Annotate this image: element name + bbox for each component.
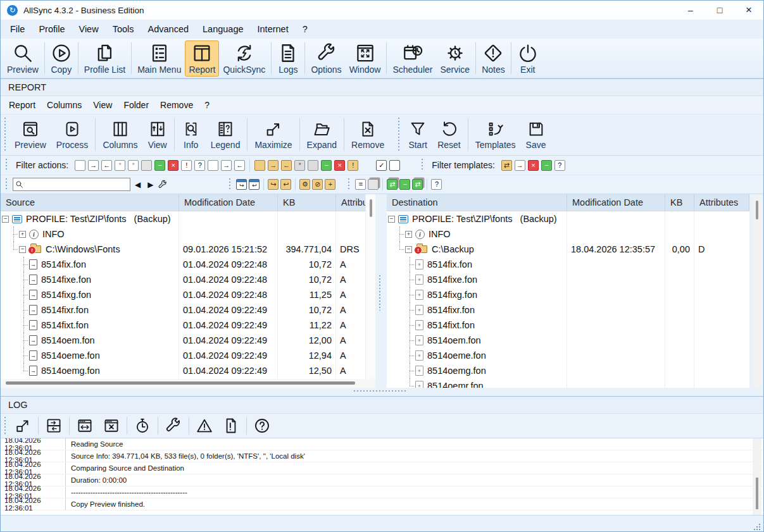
report-menu-columns[interactable]: Columns xyxy=(41,96,87,114)
table-row[interactable]: +INFO xyxy=(387,226,749,242)
column-header-modification-date[interactable]: Modification Date xyxy=(179,194,278,211)
log-entry[interactable]: 18.04.2026 12:36:01Reading Source xyxy=(1,438,763,450)
menu-help[interactable]: ? xyxy=(296,20,315,39)
horizontal-splitter[interactable] xyxy=(354,390,407,392)
table-row[interactable]: 8514fixg.fon01.04.2024 09:22:4811,25A xyxy=(1,287,375,302)
expand-toggle[interactable]: + xyxy=(405,231,412,238)
window-arrow-right-icon[interactable]: ↪ xyxy=(236,179,247,190)
preview-button[interactable]: Preview xyxy=(3,40,42,77)
report-preview-button[interactable]: Preview xyxy=(9,118,51,152)
minimize-button[interactable]: – xyxy=(676,1,705,20)
menu-language[interactable]: Language xyxy=(196,20,251,39)
table-row[interactable]: 8514oem.fon xyxy=(387,333,749,348)
log-vertical-scrollbar[interactable] xyxy=(753,438,761,515)
search-forward-button[interactable]: ▶ xyxy=(145,180,156,189)
filter-folder-equal-icon[interactable] xyxy=(254,160,265,171)
column-header-modification-date[interactable]: Modification Date xyxy=(567,194,665,211)
table-row[interactable]: 8514fixt.fon01.04.2024 09:22:4911,22A xyxy=(1,318,375,333)
toolbar-drag-handle[interactable] xyxy=(229,178,230,190)
filter-folder-copy-right-icon[interactable]: → xyxy=(268,160,279,171)
report-expand-button[interactable]: Expand xyxy=(302,118,342,152)
filter-file-copy-right-icon[interactable]: → xyxy=(88,160,99,171)
logs-button[interactable]: Logs xyxy=(273,40,303,77)
toolbar-drag-handle[interactable] xyxy=(6,178,7,190)
column-header-kb[interactable]: KB xyxy=(665,194,694,211)
log-entry[interactable]: 18.04.2026 12:36:01---------------------… xyxy=(1,486,763,498)
filter-folder-copy-left-icon[interactable]: ← xyxy=(281,160,292,171)
resize-grip[interactable] xyxy=(753,523,763,532)
filter-file-excluded-icon[interactable] xyxy=(141,160,152,171)
templates-folder-icon[interactable]: ⇄ xyxy=(501,160,512,171)
templates-button[interactable]: Templates xyxy=(470,118,521,152)
log-close-window-button[interactable] xyxy=(98,415,125,436)
collapse-toggle[interactable]: − xyxy=(405,246,412,253)
table-row[interactable]: 8514fixe.fon01.04.2024 09:22:4810,72A xyxy=(1,272,375,287)
template-apply-icon[interactable]: → xyxy=(515,160,525,171)
filter-file-outline-left-icon[interactable]: ← xyxy=(234,160,245,171)
filter-file-new-right-icon[interactable]: * xyxy=(115,160,125,171)
filter-reset-button[interactable]: Reset xyxy=(432,118,466,152)
collapse-toggle[interactable]: − xyxy=(2,216,9,223)
search-options-wrench-icon[interactable] xyxy=(158,180,168,190)
scrollbar-thumb[interactable] xyxy=(756,478,758,509)
doc-equal-icon[interactable]: = xyxy=(355,179,366,190)
folder-arrow-left-icon[interactable]: ↩ xyxy=(280,179,291,190)
search-input[interactable] xyxy=(25,180,128,189)
table-row[interactable]: +INFO xyxy=(1,226,375,242)
log-maximize-button[interactable] xyxy=(9,415,36,436)
filter-folder-conflict-icon[interactable]: × xyxy=(334,160,345,171)
log-entry[interactable]: 18.04.2026 12:36:01Comparing Source and … xyxy=(1,462,763,474)
report-menu-folder[interactable]: Folder xyxy=(118,96,154,114)
filter-start-button[interactable]: Start xyxy=(403,118,432,152)
green-copy-icon[interactable]: ⇄ xyxy=(412,179,423,190)
toolbar-drag-handle[interactable] xyxy=(422,159,423,171)
search-back-button[interactable]: ◀ xyxy=(132,180,143,189)
column-header-source[interactable]: Source xyxy=(1,194,179,211)
report-legend-button[interactable]: Legend xyxy=(206,118,246,152)
report-button[interactable]: Report xyxy=(185,40,219,77)
panel-splitter[interactable] xyxy=(379,275,380,311)
search-field[interactable] xyxy=(13,178,130,191)
close-button[interactable]: × xyxy=(734,1,763,20)
expand-toggle[interactable]: + xyxy=(19,231,26,238)
log-entry[interactable]: 18.04.2026 12:36:01Duration: 0:00:00 xyxy=(1,474,763,486)
filter-file-conflict-icon[interactable]: × xyxy=(168,160,178,171)
report-view-button[interactable]: View xyxy=(143,118,172,152)
table-row[interactable]: 8514oemg.fon xyxy=(387,363,749,378)
toolbar-drag-handle[interactable] xyxy=(4,417,6,435)
folder-stop-icon[interactable]: ⊘ xyxy=(312,179,323,190)
report-menu-help[interactable]: ? xyxy=(199,96,215,114)
notes-button[interactable]: Notes xyxy=(478,40,509,77)
template-delete-icon[interactable]: × xyxy=(528,160,539,171)
main-menu-button[interactable]: Main Menu xyxy=(134,40,185,77)
table-row[interactable]: 8514fixg.fon xyxy=(387,287,749,302)
log-entry[interactable]: 18.04.2026 12:36:01Source Info: 394.771,… xyxy=(1,450,763,462)
collapse-toggle[interactable]: − xyxy=(19,246,26,253)
filter-file-equal-icon[interactable] xyxy=(75,160,85,171)
report-menu-report[interactable]: Report xyxy=(3,96,41,114)
maximize-button[interactable]: □ xyxy=(705,1,734,20)
filter-file-outline-right-icon[interactable]: → xyxy=(221,160,232,171)
column-header-destination[interactable]: Destination xyxy=(387,194,567,211)
folder-add-icon[interactable]: + xyxy=(325,179,335,190)
window-button[interactable]: Window xyxy=(346,40,385,77)
copy-button[interactable]: Copy xyxy=(47,40,76,77)
report-maximize-button[interactable]: Maximize xyxy=(249,118,297,152)
quicksync-button[interactable]: QuickSync xyxy=(219,40,269,77)
report-remove-button[interactable]: Remove xyxy=(346,118,389,152)
table-row[interactable]: −PROFILE: Test\ZIP\fonts (Backup) xyxy=(387,211,749,226)
toolbar-drag-handle[interactable] xyxy=(4,118,6,152)
table-row[interactable]: 8514oeme.fon01.04.2024 09:22:4912,94A xyxy=(1,348,375,363)
profile-list-button[interactable]: Profile List xyxy=(80,40,129,77)
toolbar-drag-handle[interactable] xyxy=(6,159,7,171)
table-row[interactable]: 8514fixr.fon xyxy=(387,302,749,318)
log-errors-button[interactable] xyxy=(218,415,244,436)
save-button[interactable]: Save xyxy=(521,118,551,152)
options-button[interactable]: Options xyxy=(307,40,345,77)
folder-arrow-right-icon[interactable]: ↪ xyxy=(268,179,279,190)
column-header-attributes[interactable]: Attributes xyxy=(694,194,749,211)
menu-profile[interactable]: Profile xyxy=(32,20,72,39)
scrollbar-thumb[interactable] xyxy=(370,199,372,217)
doc-copy-icon[interactable] xyxy=(368,179,379,190)
table-row[interactable]: 8514oemr.fon xyxy=(387,378,749,388)
